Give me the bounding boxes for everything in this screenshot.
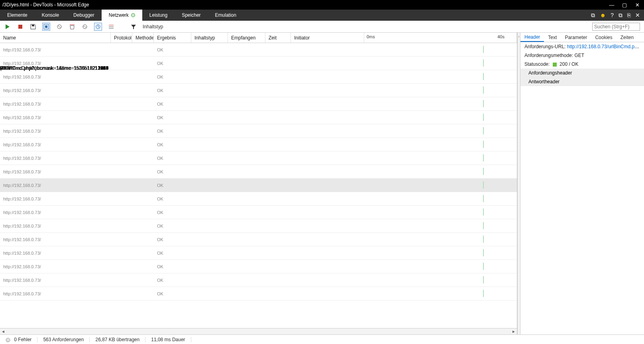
status-requests: 563 Anforderungen — [37, 337, 90, 342]
window-minimize-button[interactable]: — — [609, 2, 615, 8]
details-tab-text[interactable]: Text — [544, 33, 561, 42]
col-timeline[interactable]: 0ms 40s — [364, 33, 517, 43]
toggle-list-icon[interactable] — [108, 23, 115, 30]
network-table-body[interactable]: urlBinCmd.php?ubcmask=1&time=15365182110… — [0, 43, 517, 328]
col-zeit[interactable]: Zeit — [265, 33, 291, 43]
status-transferred: 26,87 KB übertragen — [90, 337, 145, 342]
col-initiator[interactable]: Initiator — [291, 33, 364, 43]
col-name[interactable]: Name — [0, 33, 111, 43]
status-errors[interactable]: ✕ 0 Fehler — [0, 337, 37, 342]
details-url-value[interactable]: http://192.168.0.73/urlBinCmd.php?u... — [567, 44, 644, 49]
tab-speicher[interactable]: Speicher — [175, 10, 208, 21]
details-tab-zeiten[interactable]: Zeiten — [617, 33, 638, 42]
col-empfangen[interactable]: Empfangen — [228, 33, 265, 43]
tab-elemente[interactable]: Elemente — [0, 10, 35, 21]
window-titlebar: /3D/yes.html - DevTools - Microsoft Edge… — [0, 0, 644, 10]
play-icon[interactable] — [4, 23, 11, 30]
tab-leistung[interactable]: Leistung — [142, 10, 175, 21]
details-url-row: Anforderungs-URL: http://192.168.0.73/ur… — [520, 42, 644, 51]
clear-session-icon[interactable] — [56, 23, 63, 30]
details-method-row: Anforderungsmethode: GET — [520, 51, 644, 60]
feedback-icon[interactable]: ☻ — [600, 12, 606, 18]
col-methode[interactable]: Methode — [132, 33, 154, 43]
record-indicator-icon — [131, 13, 135, 17]
col-ergebnis[interactable]: Ergebnis — [154, 33, 191, 43]
col-protokol[interactable]: Protokol — [111, 33, 132, 43]
scroll-left-icon[interactable]: ◄ — [0, 328, 6, 334]
disable-cache-icon[interactable] — [94, 23, 102, 31]
network-panel: Name Protokol Methode Ergebnis Inhaltsty… — [0, 33, 517, 334]
content-type-label[interactable]: Inhaltstyp — [143, 24, 163, 29]
svg-line-6 — [58, 25, 61, 28]
network-row[interactable]: urlBinCmd.php?ubcmask=1&time=15365182110… — [0, 43, 517, 57]
network-table-header: Name Protokol Methode Ergebnis Inhaltsty… — [0, 33, 517, 43]
dock-icon[interactable]: ⧉ — [591, 12, 595, 19]
svg-point-9 — [84, 26, 84, 27]
timeline-start-label: 0ms — [367, 34, 375, 39]
col-inhaltstyp[interactable]: Inhaltstyp — [191, 33, 228, 43]
window-close-button[interactable]: ✕ — [634, 2, 640, 8]
close-devtools-icon[interactable]: ✕ — [635, 12, 640, 18]
status-duration: 11,08 ms Dauer — [145, 337, 191, 342]
scroll-right-icon[interactable]: ► — [510, 328, 517, 334]
statusbar: ✕ 0 Fehler 563 Anforderungen 26,87 KB üb… — [0, 334, 644, 344]
tab-konsole[interactable]: Konsole — [35, 10, 66, 21]
tab-netzwerk[interactable]: Netzwerk — [102, 10, 142, 21]
window-maximize-button[interactable]: ▢ — [622, 2, 627, 8]
details-tab-header[interactable]: Header — [520, 33, 544, 42]
help-icon[interactable]: ? — [611, 12, 614, 18]
svg-marker-15 — [131, 25, 136, 29]
error-count-icon: ✕ — [6, 338, 10, 342]
devtools-tabbar: ElementeKonsoleDebuggerNetzwerkLeistungS… — [0, 10, 644, 21]
window-title: /3D/yes.html - DevTools - Microsoft Edge — [2, 2, 609, 8]
dock-side-icon[interactable]: ⧉ — [618, 12, 622, 19]
clear-cache-icon[interactable] — [69, 23, 76, 30]
svg-rect-1 — [18, 25, 22, 29]
svg-point-8 — [83, 25, 87, 29]
save-icon[interactable] — [29, 23, 37, 30]
network-row[interactable]: urlBinCmd.php?ubcmask=1&time=15365182130… — [0, 287, 517, 301]
timeline-end-label: 40s — [497, 34, 505, 39]
preserve-log-icon[interactable] — [42, 23, 50, 31]
popout-icon[interactable]: ⎘ — [627, 12, 630, 18]
network-toolbar: Inhaltstyp — [0, 21, 644, 33]
tab-debugger[interactable]: Debugger — [66, 10, 102, 21]
svg-rect-2 — [32, 25, 34, 26]
search-input[interactable] — [592, 23, 640, 31]
clear-cookies-icon[interactable] — [81, 23, 88, 30]
stop-record-icon[interactable] — [17, 23, 24, 30]
details-tabbar: HeaderTextParameterCookiesZeiten — [520, 33, 644, 42]
svg-marker-0 — [6, 24, 10, 29]
details-tab-parameter[interactable]: Parameter — [561, 33, 591, 42]
tab-emulation[interactable]: Emulation — [208, 10, 243, 21]
svg-rect-4 — [45, 26, 47, 28]
details-tab-cookies[interactable]: Cookies — [591, 33, 616, 42]
filter-icon[interactable] — [130, 23, 137, 30]
svg-point-10 — [85, 27, 86, 28]
horizontal-scrollbar[interactable]: ◄ ► — [0, 328, 517, 334]
